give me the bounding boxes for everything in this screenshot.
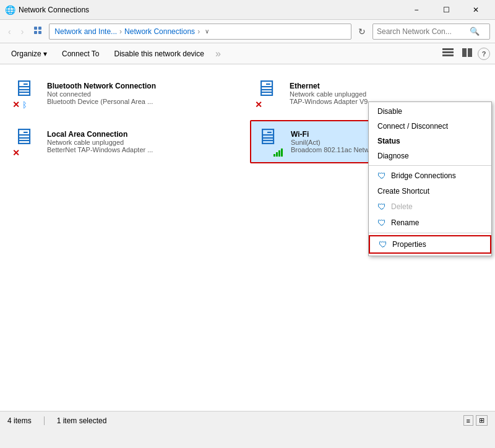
toolbar: Organize ▾ Connect To Disable this netwo… bbox=[0, 43, 495, 64]
local-x-icon: ✕ bbox=[12, 148, 20, 158]
pane-button[interactable] bbox=[459, 46, 475, 61]
pane-icon bbox=[462, 48, 472, 57]
local-info: Local Area Connection Network cable unpl… bbox=[47, 130, 240, 153]
breadcrumb-network[interactable]: Network and Inte... bbox=[54, 27, 117, 36]
status-divider bbox=[44, 416, 45, 425]
ctx-sep1 bbox=[369, 165, 491, 166]
bluetooth-x-icon: ✕ bbox=[12, 100, 20, 110]
forward-button[interactable]: › bbox=[18, 25, 27, 38]
breadcrumb-sep1: › bbox=[119, 27, 122, 36]
status-right: ≡ ⊞ bbox=[463, 415, 488, 426]
local-name: Local Area Connection bbox=[47, 130, 240, 139]
bluetooth-bt-icon: ᛒ bbox=[22, 100, 27, 110]
connection-local[interactable]: 🖥 ✕ Local Area Connection Network cable … bbox=[7, 120, 245, 163]
close-button[interactable]: ✕ bbox=[462, 4, 490, 16]
view-options-button[interactable] bbox=[439, 46, 457, 61]
search-input[interactable] bbox=[377, 27, 470, 36]
bluetooth-computer-icon: 🖥 bbox=[12, 77, 42, 100]
signal-bar-4 bbox=[281, 149, 283, 157]
organize-button[interactable]: Organize ▾ bbox=[5, 47, 53, 61]
breadcrumb-sep2: › bbox=[197, 27, 200, 36]
status-bar: 4 items 1 item selected ≡ ⊞ bbox=[0, 411, 495, 429]
svg-rect-8 bbox=[468, 48, 472, 57]
selected-count: 1 item selected bbox=[57, 416, 107, 425]
status-view-btn1[interactable]: ≡ bbox=[463, 415, 473, 426]
ctx-diagnose-label: Diagnose bbox=[377, 152, 409, 160]
bluetooth-device: Bluetooth Device (Personal Area ... bbox=[47, 98, 240, 105]
local-device: BetterNet TAP-Windows Adapter ... bbox=[47, 146, 240, 153]
svg-rect-1 bbox=[38, 27, 41, 30]
ctx-connect[interactable]: Connect / Disconnect bbox=[369, 119, 491, 134]
context-menu: Disable Connect / Disconnect Status Diag… bbox=[368, 101, 492, 256]
ctx-shortcut[interactable]: Create Shortcut bbox=[369, 184, 491, 199]
search-button[interactable]: 🔍 bbox=[470, 27, 480, 36]
ctx-disable[interactable]: Disable bbox=[369, 104, 491, 119]
breadcrumb-connections[interactable]: Network Connections bbox=[124, 27, 195, 36]
title-bar: 🌐 Network Connections − ☐ ✕ bbox=[0, 0, 495, 20]
local-overlay: ✕ bbox=[12, 148, 20, 158]
ethernet-name: Ethernet bbox=[290, 82, 483, 90]
delete-shield-icon: 🛡 bbox=[377, 202, 386, 212]
bluetooth-info: Bluetooth Network Connection Not connect… bbox=[47, 82, 240, 105]
svg-rect-5 bbox=[442, 51, 454, 53]
svg-rect-2 bbox=[34, 31, 37, 34]
wifi-icon-container: 🖥 bbox=[256, 126, 286, 158]
bluetooth-status: Not connected bbox=[47, 90, 240, 98]
help-button[interactable]: ? bbox=[478, 48, 490, 60]
ctx-sep2 bbox=[369, 233, 491, 233]
ctx-properties[interactable]: 🛡 Properties bbox=[369, 235, 491, 254]
ctx-connect-label: Connect / Disconnect bbox=[377, 122, 448, 131]
ethernet-status: Network cable unplugged bbox=[290, 90, 483, 98]
signal-bar-1 bbox=[273, 154, 275, 157]
breadcrumb-dropdown[interactable]: ∨ bbox=[202, 27, 212, 36]
main-content: 🖥 ✕ ᛒ Bluetooth Network Connection Not c… bbox=[0, 64, 495, 429]
ctx-status[interactable]: Status bbox=[369, 134, 491, 149]
up-button[interactable] bbox=[30, 24, 45, 38]
bluetooth-name: Bluetooth Network Connection bbox=[47, 82, 240, 90]
title-controls: − ☐ ✕ bbox=[402, 4, 490, 16]
svg-rect-0 bbox=[34, 27, 37, 30]
back-button[interactable]: ‹ bbox=[5, 25, 14, 38]
connect-to-button[interactable]: Connect To bbox=[56, 47, 106, 61]
ctx-diagnose[interactable]: Diagnose bbox=[369, 149, 491, 163]
ctx-bridge[interactable]: 🛡 Bridge Connections bbox=[369, 168, 491, 184]
window-title: Network Connections bbox=[19, 6, 402, 14]
svg-rect-6 bbox=[442, 54, 454, 56]
items-count: 4 items bbox=[7, 416, 32, 425]
toolbar-sep: » bbox=[215, 48, 221, 59]
ethernet-computer-icon: 🖥 bbox=[255, 77, 285, 100]
local-computer-icon: 🖥 bbox=[12, 126, 42, 148]
minimize-button[interactable]: − bbox=[402, 4, 431, 16]
ethernet-overlay: ✕ bbox=[255, 100, 262, 110]
window-icon: 🌐 bbox=[5, 5, 15, 15]
wifi-computer-icon: 🖥 bbox=[256, 126, 286, 148]
toolbar-right: ? bbox=[439, 46, 490, 61]
address-bar: ‹ › Network and Inte... › Network Connec… bbox=[0, 20, 495, 43]
ethernet-x-icon: ✕ bbox=[255, 100, 262, 110]
svg-rect-4 bbox=[442, 48, 454, 50]
properties-shield-icon: 🛡 bbox=[379, 239, 387, 249]
rename-shield-icon: 🛡 bbox=[377, 218, 386, 228]
bluetooth-overlay: ✕ ᛒ bbox=[12, 100, 27, 110]
ethernet-icon-container: 🖥 ✕ bbox=[255, 77, 285, 110]
maximize-button[interactable]: ☐ bbox=[432, 4, 460, 16]
connection-bluetooth[interactable]: 🖥 ✕ ᛒ Bluetooth Network Connection Not c… bbox=[7, 72, 245, 115]
ctx-bridge-label: Bridge Connections bbox=[391, 171, 456, 180]
svg-rect-3 bbox=[38, 31, 41, 34]
status-view-btn2[interactable]: ⊞ bbox=[476, 415, 488, 426]
ctx-rename-label: Rename bbox=[391, 218, 419, 227]
ctx-delete: 🛡 Delete bbox=[369, 199, 491, 215]
disable-button[interactable]: Disable this network device bbox=[108, 47, 210, 61]
ctx-rename[interactable]: 🛡 Rename bbox=[369, 215, 491, 231]
refresh-button[interactable]: ↻ bbox=[355, 25, 369, 38]
ctx-status-label: Status bbox=[377, 137, 400, 145]
ctx-shortcut-label: Create Shortcut bbox=[377, 187, 429, 196]
view-icon bbox=[442, 48, 454, 57]
up-icon bbox=[33, 26, 42, 35]
ctx-delete-label: Delete bbox=[391, 202, 413, 211]
ctx-properties-label: Properties bbox=[392, 240, 426, 249]
wifi-signal-icon bbox=[273, 149, 283, 157]
ctx-disable-label: Disable bbox=[377, 107, 402, 116]
bluetooth-icon-container: 🖥 ✕ ᛒ bbox=[12, 77, 42, 110]
signal-bar-2 bbox=[276, 152, 278, 157]
